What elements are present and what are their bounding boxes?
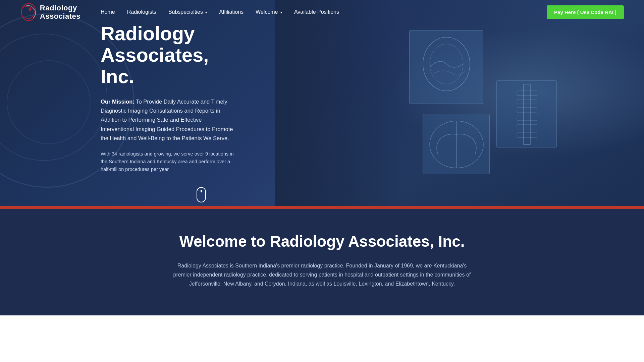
hero-subtext: With 34 radiologists and growing, we ser… bbox=[101, 150, 235, 174]
xray-panel-3 bbox=[423, 114, 490, 174]
svg-rect-10 bbox=[517, 133, 537, 137]
svg-point-0 bbox=[21, 4, 36, 21]
nav-link-positions[interactable]: Available Positions bbox=[294, 9, 339, 15]
hero-section: Radiology Associates, Inc. Our Mission: … bbox=[0, 0, 644, 206]
welcome-text: Radiology Associates is Southern Indiana… bbox=[171, 261, 473, 289]
nav-item-home[interactable]: Home bbox=[101, 9, 115, 15]
hero-mission: Our Mission: To Provide Daily Accurate a… bbox=[101, 97, 235, 143]
scroll-dot bbox=[201, 190, 202, 192]
nav-link-welcome[interactable]: Welcome ▾ bbox=[256, 9, 282, 15]
svg-rect-6 bbox=[517, 99, 537, 104]
scroll-down-indicator[interactable]: scroll Down bbox=[168, 187, 235, 206]
nav-link-affiliations[interactable]: Affiliations bbox=[219, 9, 244, 15]
nav-links: Home Radiologists Subspecialties ▾ Affil… bbox=[101, 9, 547, 15]
hero-doctor-area bbox=[275, 0, 644, 206]
nav-link-radiologists[interactable]: Radiologists bbox=[127, 9, 156, 15]
svg-rect-8 bbox=[517, 116, 537, 121]
scroll-mouse-icon bbox=[197, 187, 206, 202]
nav-link-subspecialties[interactable]: Subspecialties ▾ bbox=[168, 9, 207, 15]
welcome-section: Welcome to Radiology Associates, Inc. Ra… bbox=[0, 209, 644, 315]
xray-panel-2 bbox=[496, 80, 557, 147]
red-separator-bar bbox=[0, 206, 644, 209]
xray-chest-svg bbox=[423, 114, 490, 175]
navigation: Radiology Associates Home Radiologists S… bbox=[0, 0, 644, 24]
hero-title: Radiology Associates, Inc. bbox=[101, 23, 235, 87]
pay-button[interactable]: Pay Here ( Use Code RAI ) bbox=[547, 5, 624, 19]
hero-doctor-image bbox=[275, 0, 644, 206]
subspecialties-dropdown-icon: ▾ bbox=[205, 11, 207, 14]
xray-panel-1 bbox=[409, 30, 483, 104]
xray-brain-svg bbox=[410, 31, 483, 104]
welcome-title: Welcome to Radiology Associates, Inc. bbox=[134, 232, 510, 250]
scroll-label: scroll Down bbox=[189, 205, 214, 206]
nav-item-welcome[interactable]: Welcome ▾ bbox=[256, 9, 282, 15]
hero-content: Radiology Associates, Inc. Our Mission: … bbox=[0, 0, 235, 206]
svg-rect-5 bbox=[517, 91, 537, 96]
svg-rect-4 bbox=[524, 84, 530, 144]
nav-item-positions[interactable]: Available Positions bbox=[294, 9, 339, 15]
logo-associates-text: Associates bbox=[40, 12, 80, 20]
nav-item-radiologists[interactable]: Radiologists bbox=[127, 9, 156, 15]
logo-radiology-text: Radiology bbox=[40, 4, 80, 12]
hero-mission-text: To Provide Daily Accurate and Timely Dia… bbox=[101, 99, 233, 141]
logo[interactable]: Radiology Associates bbox=[20, 2, 80, 22]
logo-swirl-icon bbox=[20, 3, 37, 21]
nav-link-home[interactable]: Home bbox=[101, 9, 115, 15]
nav-item-subspecialties[interactable]: Subspecialties ▾ bbox=[168, 9, 207, 15]
svg-rect-9 bbox=[517, 124, 537, 129]
svg-point-1 bbox=[29, 8, 31, 11]
svg-rect-7 bbox=[517, 108, 537, 112]
nav-item-affiliations[interactable]: Affiliations bbox=[219, 9, 244, 15]
welcome-dropdown-icon: ▾ bbox=[280, 11, 282, 14]
hero-mission-label: Our Mission: bbox=[101, 99, 135, 105]
xray-spine-svg bbox=[497, 81, 557, 148]
